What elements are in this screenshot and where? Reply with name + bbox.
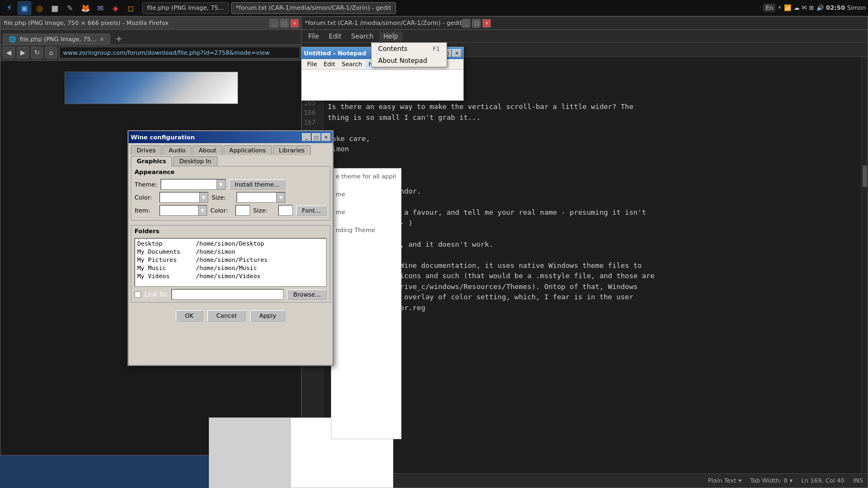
zorin-menu-icon[interactable]: ⚡ (2, 1, 16, 15)
plain-text-indicator[interactable]: Plain Text ▾ (708, 477, 742, 484)
wine-install-theme-btn[interactable]: Install theme... (229, 179, 286, 190)
gedit-minimize-btn[interactable]: _ (462, 19, 470, 28)
wine-appearance-section: Appearance Theme: (No Theme) ▼ Install t… (131, 166, 330, 221)
menu-edit[interactable]: Edit (324, 31, 346, 41)
wine-item-size-label: Size: (253, 207, 275, 214)
wine-tab-desktop-integration[interactable]: Desktop In (173, 156, 217, 166)
wine-folders-title: Folders (135, 228, 327, 235)
notepad-close-btn[interactable]: ✕ (452, 49, 461, 57)
firefox-maximize-btn[interactable]: □ (280, 19, 289, 28)
reload-button[interactable]: ↻ (31, 47, 43, 59)
wine-size-label: Size: (212, 194, 233, 201)
tab-width-indicator[interactable]: Tab Width: 8 ▾ (750, 477, 793, 484)
help-contents-item[interactable]: Contents F1 (372, 43, 446, 55)
firefox-minimize-btn[interactable]: _ (270, 19, 278, 28)
wine-folders-list[interactable]: Desktop /home/simon/Desktop My Documents… (135, 238, 327, 287)
plain-text-arrow: ▾ (738, 477, 742, 484)
firefox-tab-label: file.php (PNG Image, 75... (20, 36, 97, 43)
wine-item-size-input[interactable] (278, 205, 293, 216)
notepad-menu-edit[interactable]: Edit (320, 60, 338, 68)
wine-apply-btn[interactable]: Apply (250, 310, 285, 322)
wine-cancel-btn[interactable]: Cancel (207, 310, 246, 322)
wine-tab-graphics[interactable]: Graphics (131, 156, 172, 166)
menu-file[interactable]: File (304, 31, 323, 41)
wine-browse-btn[interactable]: Browse... (287, 290, 327, 300)
firefox-icon[interactable]: 🦊 (78, 1, 92, 15)
wine-bottom-buttons: OK Cancel Apply (131, 307, 330, 324)
menu-help[interactable]: Help (379, 31, 403, 41)
gedit-close-btn[interactable]: ✕ (482, 19, 491, 28)
wine-folder-pictures: My Pictures /home/simon/Pictures (136, 256, 325, 264)
notepad-menu-file[interactable]: File (304, 60, 320, 68)
gedit-title: *forum.txt (CAR-1 /media/simon/CAR-1/Zor… (305, 20, 462, 27)
firefox-close-btn[interactable]: ✕ (290, 19, 299, 28)
overlay-line-4: nding Theme (336, 227, 397, 234)
volume-icon: 🔊 (816, 4, 824, 11)
notepad-content[interactable] (302, 70, 463, 100)
extra-icon-1[interactable]: ◈ (108, 1, 123, 15)
wine-ok-btn[interactable]: OK (176, 310, 203, 322)
wine-tab-audio[interactable]: Audio (163, 145, 192, 155)
help-dropdown-menu: Contents F1 About Notepad (371, 42, 447, 67)
taskbar-gedit-btn[interactable]: *forum.txt (CAR-1/media/simon/CAR-1/Zori… (231, 2, 396, 14)
wine-theme-dropdown-arrow[interactable]: ▼ (216, 179, 225, 189)
new-tab-button[interactable]: + (112, 33, 125, 44)
apps-icon: ⊞ (809, 4, 814, 11)
terminal-icon[interactable]: ▦ (48, 1, 62, 15)
firefox-tab-bar: 🌐 file.php (PNG Image, 75... ✕ + (1, 30, 302, 45)
insert-mode-label: INS (853, 477, 863, 484)
help-about-item[interactable]: About Notepad (372, 55, 446, 67)
wine-color-select[interactable]: ▼ (159, 192, 208, 203)
email-tray-icon: ✉ (802, 4, 807, 11)
wine-color-dropdown-arrow[interactable]: ▼ (199, 192, 208, 202)
mail-icon[interactable]: ✉ (93, 1, 107, 15)
gedit-text-area[interactable]: ===== Greetings, all. Is there an easy w… (323, 57, 861, 473)
taskbar-firefox-btn[interactable]: file.php (PNG Image, 75... (142, 2, 229, 14)
gedit-maximize-btn[interactable]: □ (472, 19, 481, 28)
extra-icon-2[interactable]: ◻ (124, 1, 138, 15)
wine-title: Wine configuration (131, 134, 302, 141)
wine-close-btn[interactable]: ✕ (322, 133, 330, 141)
bottom-image-left (209, 418, 291, 487)
gedit-scrollbar[interactable] (861, 57, 867, 473)
wine-size-select[interactable]: ▼ (237, 192, 285, 203)
white-overlay-panel: e theme for all appli me me nding Theme (331, 168, 401, 439)
file-manager-icon[interactable]: ▣ (17, 1, 31, 15)
plain-text-label: Plain Text (708, 477, 736, 484)
wine-link-label: Link to: (144, 291, 168, 298)
wine-theme-select[interactable]: (No Theme) ▼ (161, 179, 226, 190)
system-icon[interactable]: ◎ (33, 1, 47, 15)
wine-item-dropdown-arrow[interactable]: ▼ (198, 206, 207, 215)
wine-tab-about[interactable]: About (193, 145, 222, 155)
wine-theme-row: Theme: (No Theme) ▼ Install theme... (135, 179, 327, 190)
wine-item-color-input[interactable] (235, 205, 250, 216)
firefox-tab-active[interactable]: 🌐 file.php (PNG Image, 75... ✕ (3, 34, 110, 44)
wine-minimize-btn[interactable]: _ (302, 133, 311, 141)
firefox-favicon: 🌐 (9, 36, 16, 43)
wine-tab-drives[interactable]: Drives (131, 145, 162, 155)
wine-link-row: Link to: Browse... (135, 289, 327, 300)
wine-font-btn[interactable]: Font... (296, 206, 327, 216)
menu-search[interactable]: Search (347, 31, 378, 41)
home-button[interactable]: ⌂ (45, 47, 57, 59)
wine-maximize-btn[interactable]: □ (312, 133, 321, 141)
wine-item-select[interactable]: ▼ (159, 205, 207, 216)
user-name: Simon (847, 4, 866, 11)
notepad-menu-search[interactable]: Search (339, 60, 366, 68)
wine-folder-videos: My Videos /home/simon/Videos (136, 272, 325, 280)
taskbar-top: ⚡ ▣ ◎ ▦ ✎ 🦊 ✉ ◈ ◻ file.php (PNG Image, 7… (0, 0, 868, 16)
back-button[interactable]: ◀ (3, 47, 15, 59)
wine-tab-libraries[interactable]: Libraries (273, 145, 311, 155)
wine-config-window: Wine configuration _ □ ✕ Drives Audio Ab… (127, 130, 334, 366)
forward-button[interactable]: ▶ (17, 47, 29, 59)
wine-link-input[interactable] (171, 289, 284, 300)
url-bar[interactable]: www.zoringroup.com/forum/download/file.p… (59, 47, 300, 59)
wine-size-dropdown-arrow[interactable]: ▼ (276, 192, 285, 202)
editor-icon[interactable]: ✎ (63, 1, 77, 15)
firefox-tab-close[interactable]: ✕ (100, 36, 104, 42)
wine-folder-documents: My Documents /home/simon (136, 248, 325, 256)
gedit-taskbar-label: *forum.txt (CAR-1/media/simon/CAR-1/Zori… (236, 4, 391, 11)
wine-tab-applications[interactable]: Applications (224, 145, 272, 155)
wine-link-checkbox[interactable] (135, 291, 141, 298)
wine-titlebar: Wine configuration _ □ ✕ (129, 131, 333, 143)
